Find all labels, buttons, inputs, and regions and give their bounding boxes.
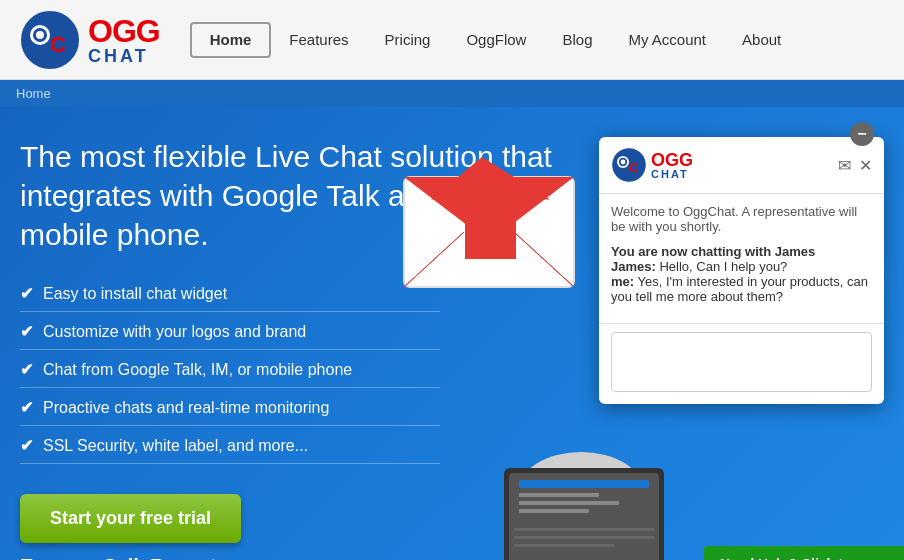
me-message-text: Yes, I'm interested in your products, ca…	[611, 274, 868, 304]
svg-rect-19	[514, 528, 654, 531]
chat-welcome-text: Welcome to OggChat. A representative wil…	[611, 204, 872, 234]
feature-label-1: Easy to install chat widget	[43, 285, 227, 303]
logo-icon: C	[20, 10, 80, 70]
chat-widget: − C OGG CHAT ✉ ✕ Welcome	[599, 137, 884, 404]
checkmark-icon: ✔	[20, 284, 33, 303]
minimize-button[interactable]: −	[850, 122, 874, 146]
chat-input-area	[599, 324, 884, 404]
close-button[interactable]: ✕	[859, 156, 872, 175]
svg-rect-24	[519, 501, 619, 505]
chat-input[interactable]	[611, 332, 872, 392]
nav-blog[interactable]: Blog	[544, 0, 610, 80]
nav-pricing[interactable]: Pricing	[367, 0, 449, 80]
james-label: James:	[611, 259, 656, 274]
chat-james-message: James: Hello, Can I help you?	[611, 259, 872, 274]
gmail-illustration	[394, 147, 594, 307]
me-label: me:	[611, 274, 634, 289]
svg-rect-20	[514, 536, 654, 539]
svg-rect-23	[519, 493, 599, 497]
svg-point-29	[621, 160, 626, 165]
checkmark-icon-3: ✔	[20, 360, 33, 379]
email-button[interactable]: ✉	[838, 156, 851, 175]
laptop-illustration	[484, 458, 684, 560]
svg-text:C: C	[629, 160, 639, 175]
feature-label-2: Customize with your logos and brand	[43, 323, 306, 341]
widget-actions: ✉ ✕	[838, 156, 872, 175]
feature-item-4: ✔ Proactive chats and real-time monitori…	[20, 398, 440, 426]
chat-widget-body: Welcome to OggChat. A representative wil…	[599, 194, 884, 324]
svg-text:C: C	[50, 32, 66, 57]
nav-features[interactable]: Features	[271, 0, 366, 80]
james-message-text: Hello, Can I help you?	[659, 259, 787, 274]
feature-item-3: ✔ Chat from Google Talk, IM, or mobile p…	[20, 360, 440, 388]
logo-text: OGG CHAT	[88, 15, 160, 65]
hero-section: The most flexible Live Chat solution tha…	[0, 107, 904, 560]
widget-logo-chat: CHAT	[651, 169, 693, 180]
main-nav: Home Features Pricing OggFlow Blog My Ac…	[190, 0, 800, 80]
feature-label-3: Chat from Google Talk, IM, or mobile pho…	[43, 361, 352, 379]
widget-logo-icon: C	[611, 147, 647, 183]
svg-rect-25	[519, 509, 589, 513]
svg-point-3	[36, 31, 44, 39]
svg-rect-22	[519, 480, 649, 488]
feature-item-5: ✔ SSL Security, white label, and more...	[20, 436, 440, 464]
need-help-bar[interactable]: Need Help? Click to Chat!	[704, 546, 904, 560]
feature-label-4: Proactive chats and real-time monitoring	[43, 399, 329, 417]
feature-label-5: SSL Security, white label, and more...	[43, 437, 308, 455]
nav-oggflow[interactable]: OggFlow	[448, 0, 544, 80]
checkmark-icon-2: ✔	[20, 322, 33, 341]
widget-logo: C OGG CHAT	[611, 147, 838, 183]
widget-logo-text: OGG CHAT	[651, 151, 693, 180]
feature-item-2: ✔ Customize with your logos and brand	[20, 322, 440, 350]
checkmark-icon-5: ✔	[20, 436, 33, 455]
chat-me-message: me: Yes, I'm interested in your products…	[611, 274, 872, 304]
logo[interactable]: C OGG CHAT	[20, 10, 160, 70]
nav-home[interactable]: Home	[190, 22, 272, 58]
breadcrumb: Home	[0, 80, 904, 107]
chat-widget-header: C OGG CHAT ✉ ✕	[599, 137, 884, 194]
breadcrumb-home[interactable]: Home	[16, 86, 51, 101]
svg-rect-21	[514, 544, 614, 547]
header: C OGG CHAT Home Features Pricing OggFlow…	[0, 0, 904, 80]
feature-item-1: ✔ Easy to install chat widget	[20, 284, 440, 312]
widget-logo-ogg: OGG	[651, 151, 693, 169]
chatting-bold: You are now chatting with James	[611, 244, 815, 259]
logo-chat: CHAT	[88, 47, 160, 65]
chat-chatting-label: You are now chatting with James	[611, 244, 872, 259]
nav-about[interactable]: About	[724, 0, 799, 80]
nav-myaccount[interactable]: My Account	[610, 0, 724, 80]
cta-button[interactable]: Start your free trial	[20, 494, 241, 543]
checkmark-icon-4: ✔	[20, 398, 33, 417]
logo-ogg: OGG	[88, 15, 160, 47]
